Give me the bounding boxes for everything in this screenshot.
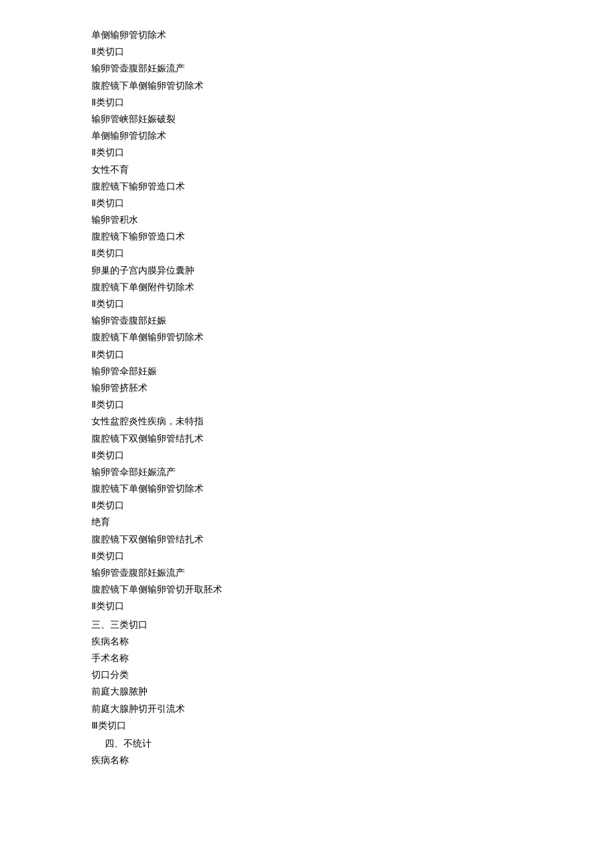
text-line-15: 腹腔镜下单侧附件切除术 [91,279,523,296]
text-line-36: 疾病名称 [91,633,523,650]
text-line-33: 腹腔镜下单侧输卵管切开取胚术 [91,581,523,598]
text-line-11: 输卵管积水 [91,211,523,228]
text-line-13: Ⅱ类切口 [91,245,523,262]
text-line-2: 输卵管壶腹部妊娠流产 [91,60,523,77]
text-line-10: Ⅱ类切口 [91,195,523,211]
text-line-25: Ⅱ类切口 [91,447,523,464]
text-line-35: 三、三类切口 [91,616,523,633]
text-line-17: 输卵管壶腹部妊娠 [91,312,523,329]
text-line-20: 输卵管伞部妊娠 [91,363,523,380]
text-line-6: 单侧输卵管切除术 [91,127,523,144]
text-line-29: 绝育 [91,514,523,530]
text-line-34: Ⅱ类切口 [91,598,523,614]
text-line-19: Ⅱ类切口 [91,346,523,363]
text-line-30: 腹腔镜下双侧输卵管结扎术 [91,531,523,548]
text-line-38: 切口分类 [91,667,523,683]
text-line-22: Ⅱ类切口 [91,396,523,413]
text-line-18: 腹腔镜下单侧输卵管切除术 [91,329,523,346]
text-line-9: 腹腔镜下输卵管造口术 [91,178,523,195]
text-line-26: 输卵管伞部妊娠流产 [91,464,523,480]
text-line-14: 卵巢的子宫内膜异位囊肿 [91,262,523,279]
text-line-37: 手术名称 [91,650,523,667]
text-line-7: Ⅱ类切口 [91,144,523,161]
text-line-31: Ⅱ类切口 [91,548,523,564]
text-line-40: 前庭大腺肿切开引流术 [91,701,523,717]
text-line-43: 疾病名称 [91,752,523,769]
text-line-8: 女性不育 [91,161,523,178]
text-line-27: 腹腔镜下单侧输卵管切除术 [91,480,523,497]
text-line-5: 输卵管峡部妊娠破裂 [91,111,523,127]
text-line-21: 输卵管挤胚术 [91,380,523,396]
text-line-1: Ⅱ类切口 [91,43,523,60]
text-line-4: Ⅱ类切口 [91,94,523,111]
text-line-39: 前庭大腺脓肿 [91,683,523,700]
text-line-3: 腹腔镜下单侧输卵管切除术 [91,77,523,94]
text-line-12: 腹腔镜下输卵管造口术 [91,228,523,245]
text-line-24: 腹腔镜下双侧输卵管结扎术 [91,430,523,447]
main-content: 单侧输卵管切除术Ⅱ类切口输卵管壶腹部妊娠流产腹腔镜下单侧输卵管切除术Ⅱ类切口输卵… [91,27,523,769]
text-line-23: 女性盆腔炎性疾病，未特指 [91,413,523,430]
text-line-41: Ⅲ类切口 [91,717,523,734]
text-line-28: Ⅱ类切口 [91,497,523,514]
text-line-16: Ⅱ类切口 [91,296,523,312]
text-line-42: 四、不统计 [91,735,523,752]
text-line-0: 单侧输卵管切除术 [91,27,523,43]
text-line-32: 输卵管壶腹部妊娠流产 [91,564,523,581]
